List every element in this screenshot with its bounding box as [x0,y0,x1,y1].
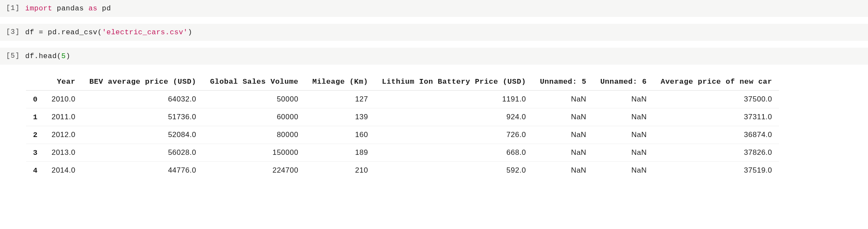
cell-prompt: [1] [3,4,25,12]
cell-value: 51736.0 [83,108,203,126]
table-row: 42014.044776.0224700210592.0NaNNaN37519.… [26,162,779,180]
cell-value: 189 [305,144,375,162]
cell-value: 224700 [203,162,305,180]
cell-value: 592.0 [375,162,533,180]
cell-value: NaN [593,144,653,162]
table-row: 02010.064032.0500001271191.0NaNNaN37500.… [26,91,779,108]
cell-value: 139 [305,108,375,126]
column-header: Year [45,73,83,91]
code-token: import [25,4,57,13]
code-cell[interactable]: [3] df = pd.read_csv('electric_cars.csv'… [0,24,868,41]
table-row: 32013.056028.0150000189668.0NaNNaN37826.… [26,144,779,162]
code-token: . [34,52,39,60]
code-token: ) [188,28,192,36]
row-index: 0 [26,91,45,108]
column-header: Average price of new car [653,73,779,91]
row-index: 1 [26,108,45,126]
cell-value: NaN [593,162,653,180]
cell-value: NaN [593,91,653,108]
cell-value: 210 [305,162,375,180]
code-token: pandas [57,4,89,13]
column-header: BEV average price (USD) [83,73,203,91]
dataframe-output: YearBEV average price (USD)Global Sales … [26,72,868,183]
code-token: pd [102,4,111,13]
column-header: Mileage (Km) [305,73,375,91]
cell-value: 36874.0 [653,126,779,144]
code-token: 'electric_cars.csv' [102,28,188,36]
code-token: head [39,52,57,60]
code-token: df [25,52,34,60]
cell-value: 127 [305,91,375,108]
code-token: . [57,28,61,36]
index-header [26,73,45,91]
row-index: 2 [26,126,45,144]
cell-value: NaN [533,91,593,108]
cell-value: 80000 [203,126,305,144]
code-token: read_csv [61,28,97,36]
cell-value: 2012.0 [45,126,83,144]
code-token: pd [48,28,57,36]
code-token: as [89,4,102,13]
cell-value: NaN [593,108,653,126]
cell-value: 150000 [203,144,305,162]
cell-value: 726.0 [375,126,533,144]
cell-value: 37519.0 [653,162,779,180]
column-header: Unnamed: 5 [533,73,593,91]
code-token: df [25,28,39,36]
code-input[interactable]: df.head(5) [25,52,70,60]
column-header: Unnamed: 6 [593,73,653,91]
table-row: 22012.052084.080000160726.0NaNNaN36874.0 [26,126,779,144]
code-token: 5 [61,52,66,60]
table-row: 12011.051736.060000139924.0NaNNaN37311.0 [26,108,779,126]
row-index: 3 [26,144,45,162]
column-header: Lithium Ion Battery Price (USD) [375,73,533,91]
cell-value: 2013.0 [45,144,83,162]
cell-prompt: [5] [3,52,25,60]
cell-value: 2014.0 [45,162,83,180]
code-cell[interactable]: [1] import pandas as pd [0,0,868,17]
cell-value: 924.0 [375,108,533,126]
cell-value: 2011.0 [45,108,83,126]
table-body: 02010.064032.0500001271191.0NaNNaN37500.… [26,91,779,180]
code-input[interactable]: df = pd.read_csv('electric_cars.csv') [25,28,192,36]
cell-value: NaN [593,126,653,144]
cell-prompt: [3] [3,28,25,36]
notebook: [1] import pandas as pd [3] df = pd.read… [0,0,868,183]
cell-value: 44776.0 [83,162,203,180]
cell-output: YearBEV average price (USD)Global Sales … [0,72,868,183]
cell-value: 668.0 [375,144,533,162]
cell-value: 52084.0 [83,126,203,144]
cell-value: NaN [533,144,593,162]
dataframe-table: YearBEV average price (USD)Global Sales … [26,73,779,179]
code-cell[interactable]: [5] df.head(5) [0,48,868,65]
row-index: 4 [26,162,45,180]
column-header: Global Sales Volume [203,73,305,91]
cell-value: 56028.0 [83,144,203,162]
cell-value: 64032.0 [83,91,203,108]
cell-value: 1191.0 [375,91,533,108]
cell-value: NaN [533,162,593,180]
cell-value: 37826.0 [653,144,779,162]
cell-value: 37500.0 [653,91,779,108]
code-token: ( [57,52,61,60]
code-input[interactable]: import pandas as pd [25,4,111,13]
cell-value: 37311.0 [653,108,779,126]
cell-value: NaN [533,126,593,144]
cell-value: 50000 [203,91,305,108]
code-token: ) [66,52,70,60]
cell-value: 160 [305,126,375,144]
cell-value: NaN [533,108,593,126]
cell-value: 60000 [203,108,305,126]
table-header-row: YearBEV average price (USD)Global Sales … [26,73,779,91]
code-token: = [39,28,48,36]
cell-value: 2010.0 [45,91,83,108]
code-token: ( [97,28,102,36]
